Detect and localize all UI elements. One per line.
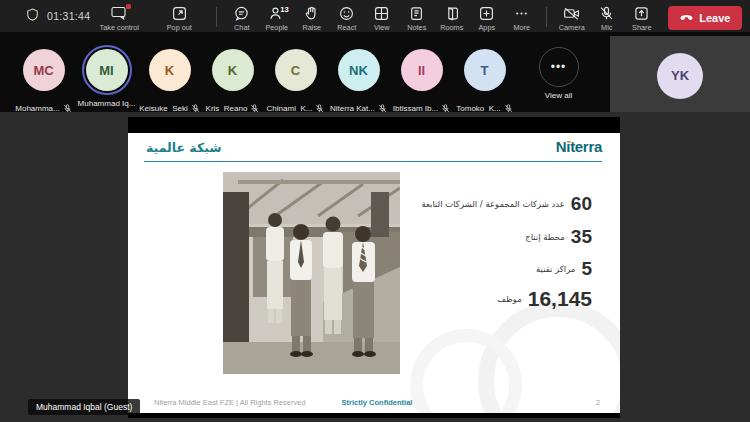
participant-tile[interactable]: NK Niterra Kat... [327, 32, 390, 117]
mic-off-icon [599, 6, 614, 21]
view-grid-icon [374, 6, 389, 21]
participant-list: MC Mohamma... MI [12, 32, 516, 117]
share-icon [634, 6, 649, 21]
chat-button[interactable]: Chat [225, 1, 258, 32]
mic-button[interactable]: Mic [590, 1, 623, 32]
logo-orange-dot [568, 141, 571, 144]
speaking-ring: MC [19, 45, 69, 95]
share-button[interactable]: Share [625, 1, 658, 32]
shared-content-frame: شبكة عالمية Niterra [128, 117, 620, 418]
avatar-initials: C [291, 63, 300, 78]
people-count-badge: 13 [280, 5, 288, 14]
stat-label: مراكز تقنية [536, 264, 575, 274]
remote-video-tile[interactable]: YK [610, 36, 750, 115]
avatar: T [464, 49, 506, 91]
rooms-icon [444, 6, 459, 21]
speaking-ring: MI [82, 45, 132, 95]
view-all-ellipsis-icon: ••• [539, 47, 579, 87]
meeting-stage: شبكة عالمية Niterra [0, 112, 750, 422]
rooms-button[interactable]: Rooms [435, 1, 468, 32]
people-button[interactable]: 13 People [260, 1, 293, 32]
presenter-name-label: Muhammad Iqbal (Guest) [28, 399, 140, 415]
camera-button[interactable]: Camera [555, 1, 588, 32]
leave-button[interactable]: Leave [668, 12, 740, 24]
slide-stats: 60 عدد شركات المجموعة / الشركات التابعة … [332, 193, 592, 310]
notes-button[interactable]: Notes [400, 1, 433, 32]
speaking-ring: K [145, 45, 195, 95]
participant-tile[interactable]: MC Mohamma... [12, 32, 75, 117]
header-rule [144, 161, 602, 162]
stat-row: 5 مراكز تقنية [332, 258, 592, 280]
shield-icon[interactable] [26, 7, 39, 25]
more-button[interactable]: More [505, 1, 538, 32]
avatar: NK [338, 49, 380, 91]
avatar: YK [657, 53, 703, 99]
view-all-button[interactable]: ••• View all [527, 32, 590, 100]
stat-value: 60 [571, 193, 592, 215]
avatar-initials: K [228, 63, 237, 78]
slide-title: شبكة عالمية [146, 140, 222, 155]
speaking-ring: C [271, 45, 321, 95]
apps-button[interactable]: Apps [470, 1, 503, 32]
avatar-initials: T [481, 63, 489, 78]
participant-tile[interactable]: II Ibtissam Ib... [390, 32, 453, 117]
stat-value: 5 [581, 258, 592, 280]
notes-icon [409, 6, 424, 21]
avatar-initials: II [418, 63, 425, 78]
meeting-timer: 01:31:44 [47, 10, 90, 22]
apps-plus-icon [479, 6, 494, 21]
presentation-slide: شبكة عالمية Niterra [128, 133, 620, 413]
take-control-icon [111, 6, 128, 21]
raise-hand-icon [304, 6, 319, 21]
view-button[interactable]: View [365, 1, 398, 32]
avatar: MC [23, 49, 65, 91]
avatar: MI [86, 49, 128, 91]
control-alert-dot [126, 4, 131, 9]
slide-footer: Niterra Middle East FZE | All Rights Res… [154, 398, 600, 407]
speaking-ring: II [397, 45, 447, 95]
niterra-logo: Niterra [556, 138, 602, 155]
pop-out-icon [172, 6, 187, 21]
stat-value: 35 [571, 226, 592, 248]
toolbar-divider [546, 7, 547, 27]
participant-tile[interactable]: K Keisuke_Seki [138, 32, 201, 117]
avatar-initials: YK [671, 68, 689, 83]
leave-options-button[interactable] [740, 6, 742, 30]
participant-tile[interactable]: MI Muhammad Iq... [75, 32, 138, 117]
avatar-initials: MI [99, 63, 113, 78]
participant-tile[interactable]: T Tomoko_K... [453, 32, 516, 117]
stat-row: 35 محطة إنتاج [332, 226, 592, 248]
avatar-initials: MC [33, 63, 53, 78]
speaking-ring: T [460, 45, 510, 95]
stat-value: 16,145 [528, 288, 592, 310]
avatar: K [149, 49, 191, 91]
participant-name: Muhammad Iq... [78, 99, 136, 108]
react-button[interactable]: React [330, 1, 363, 32]
avatar: C [275, 49, 317, 91]
teams-meeting-window: 01:31:44 Take control [0, 0, 750, 422]
stat-label: عدد شركات المجموعة / الشركات التابعة [421, 199, 564, 209]
toolbar-divider [216, 7, 217, 27]
more-ellipsis-icon [514, 6, 529, 21]
footer-confidential: Strictly Confidential [154, 398, 600, 407]
stat-label: موظف [497, 294, 522, 304]
stat-label: محطة إنتاج [525, 232, 565, 242]
speaking-ring: K [208, 45, 258, 95]
participant-tile[interactable]: K Kris_Reano [201, 32, 264, 117]
take-control-button[interactable]: Take control [90, 1, 148, 32]
avatar: K [212, 49, 254, 91]
raise-hand-button[interactable]: Raise [295, 1, 328, 32]
chat-icon [234, 6, 249, 21]
camera-off-icon [563, 6, 580, 21]
participants-strip: MC Mohamma... MI [0, 32, 750, 112]
leave-button-group: Leave [668, 6, 742, 30]
participant-tile[interactable]: C Chinami_K... [264, 32, 327, 117]
view-all-label: View all [545, 91, 572, 100]
speaking-ring: NK [334, 45, 384, 95]
stat-row: 60 عدد شركات المجموعة / الشركات التابعة [332, 193, 592, 215]
hangup-phone-icon [680, 12, 693, 24]
pop-out-button[interactable]: Pop out [150, 1, 208, 32]
avatar: II [401, 49, 443, 91]
react-smiley-icon [339, 6, 354, 21]
meeting-toolbar: 01:31:44 Take control [0, 0, 750, 32]
